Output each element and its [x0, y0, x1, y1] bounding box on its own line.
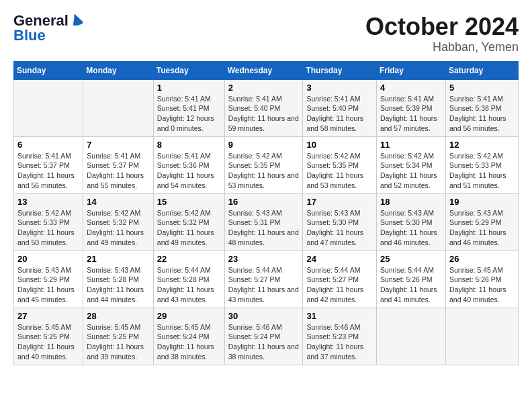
day-info: Sunrise: 5:41 AM Sunset: 5:41 PM Dayligh…: [157, 94, 221, 134]
day-info: Sunrise: 5:43 AM Sunset: 5:29 PM Dayligh…: [17, 265, 79, 305]
calendar-cell: 6Sunrise: 5:41 AM Sunset: 5:37 PM Daylig…: [14, 136, 83, 193]
calendar-cell: 13Sunrise: 5:42 AM Sunset: 5:33 PM Dayli…: [14, 193, 83, 250]
header-day-wednesday: Wednesday: [224, 61, 303, 79]
day-info: Sunrise: 5:43 AM Sunset: 5:30 PM Dayligh…: [306, 208, 373, 248]
calendar-cell: 10Sunrise: 5:42 AM Sunset: 5:35 PM Dayli…: [303, 136, 377, 193]
day-info: Sunrise: 5:41 AM Sunset: 5:39 PM Dayligh…: [380, 94, 442, 134]
day-info: Sunrise: 5:43 AM Sunset: 5:30 PM Dayligh…: [380, 208, 442, 248]
calendar-cell: 28Sunrise: 5:45 AM Sunset: 5:25 PM Dayli…: [83, 308, 153, 365]
calendar-cell: 23Sunrise: 5:44 AM Sunset: 5:27 PM Dayli…: [224, 250, 303, 308]
header-day-friday: Friday: [376, 61, 445, 79]
calendar-cell: 7Sunrise: 5:41 AM Sunset: 5:37 PM Daylig…: [83, 136, 153, 193]
day-number: 12: [449, 140, 515, 150]
day-info: Sunrise: 5:45 AM Sunset: 5:25 PM Dayligh…: [17, 322, 79, 362]
header-day-monday: Monday: [83, 61, 153, 79]
logo-general-text: General: [13, 13, 69, 28]
day-info: Sunrise: 5:44 AM Sunset: 5:28 PM Dayligh…: [157, 265, 221, 305]
day-number: 20: [17, 254, 79, 264]
calendar-cell: 16Sunrise: 5:43 AM Sunset: 5:31 PM Dayli…: [224, 193, 303, 250]
header-day-sunday: Sunday: [14, 61, 83, 79]
day-number: 28: [87, 311, 149, 321]
calendar-cell: 14Sunrise: 5:42 AM Sunset: 5:32 PM Dayli…: [83, 193, 153, 250]
day-number: 31: [306, 311, 373, 321]
day-number: 18: [380, 197, 442, 207]
day-number: 8: [157, 140, 221, 150]
calendar-header-row: SundayMondayTuesdayWednesdayThursdayFrid…: [14, 61, 519, 79]
calendar-week-row: 20Sunrise: 5:43 AM Sunset: 5:29 PM Dayli…: [14, 250, 519, 308]
day-number: 21: [87, 254, 149, 264]
month-title: October 2024: [365, 13, 519, 40]
calendar-table: SundayMondayTuesdayWednesdayThursdayFrid…: [13, 61, 519, 365]
calendar-cell: 24Sunrise: 5:44 AM Sunset: 5:27 PM Dayli…: [303, 250, 377, 308]
calendar-week-row: 13Sunrise: 5:42 AM Sunset: 5:33 PM Dayli…: [14, 193, 519, 250]
calendar-cell: 11Sunrise: 5:42 AM Sunset: 5:34 PM Dayli…: [376, 136, 445, 193]
day-info: Sunrise: 5:44 AM Sunset: 5:27 PM Dayligh…: [228, 265, 300, 305]
calendar-cell: 21Sunrise: 5:43 AM Sunset: 5:28 PM Dayli…: [83, 250, 153, 308]
day-info: Sunrise: 5:41 AM Sunset: 5:36 PM Dayligh…: [157, 151, 221, 191]
day-info: Sunrise: 5:45 AM Sunset: 5:24 PM Dayligh…: [157, 322, 221, 362]
day-info: Sunrise: 5:44 AM Sunset: 5:26 PM Dayligh…: [380, 265, 442, 305]
calendar-cell: [376, 308, 445, 365]
calendar-cell: 25Sunrise: 5:44 AM Sunset: 5:26 PM Dayli…: [376, 250, 445, 308]
day-number: 25: [380, 254, 442, 264]
day-info: Sunrise: 5:43 AM Sunset: 5:29 PM Dayligh…: [449, 208, 515, 248]
day-info: Sunrise: 5:42 AM Sunset: 5:35 PM Dayligh…: [306, 151, 373, 191]
day-info: Sunrise: 5:46 AM Sunset: 5:23 PM Dayligh…: [306, 322, 373, 362]
title-area: October 2024 Habban, Yemen: [365, 13, 519, 54]
calendar-cell: 9Sunrise: 5:42 AM Sunset: 5:35 PM Daylig…: [224, 136, 303, 193]
calendar-week-row: 27Sunrise: 5:45 AM Sunset: 5:25 PM Dayli…: [14, 308, 519, 365]
day-info: Sunrise: 5:42 AM Sunset: 5:34 PM Dayligh…: [380, 151, 442, 191]
day-info: Sunrise: 5:41 AM Sunset: 5:37 PM Dayligh…: [17, 151, 79, 191]
day-number: 23: [228, 254, 300, 264]
logo-blue-text: Blue: [13, 28, 46, 43]
calendar-week-row: 6Sunrise: 5:41 AM Sunset: 5:37 PM Daylig…: [14, 136, 519, 193]
day-info: Sunrise: 5:42 AM Sunset: 5:32 PM Dayligh…: [157, 208, 221, 248]
calendar-cell: 20Sunrise: 5:43 AM Sunset: 5:29 PM Dayli…: [14, 250, 83, 308]
calendar-cell: 5Sunrise: 5:41 AM Sunset: 5:38 PM Daylig…: [445, 79, 518, 136]
header-day-saturday: Saturday: [445, 61, 518, 79]
day-info: Sunrise: 5:41 AM Sunset: 5:37 PM Dayligh…: [87, 151, 149, 191]
day-number: 16: [228, 197, 300, 207]
day-info: Sunrise: 5:41 AM Sunset: 5:38 PM Dayligh…: [449, 94, 515, 134]
day-number: 9: [228, 140, 300, 150]
calendar-cell: 8Sunrise: 5:41 AM Sunset: 5:36 PM Daylig…: [153, 136, 224, 193]
calendar-cell: [14, 79, 83, 136]
calendar-cell: 4Sunrise: 5:41 AM Sunset: 5:39 PM Daylig…: [376, 79, 445, 136]
day-info: Sunrise: 5:45 AM Sunset: 5:26 PM Dayligh…: [449, 265, 515, 305]
day-number: 7: [87, 140, 149, 150]
logo: General Blue: [13, 13, 83, 43]
day-info: Sunrise: 5:41 AM Sunset: 5:40 PM Dayligh…: [228, 94, 300, 134]
calendar-cell: 27Sunrise: 5:45 AM Sunset: 5:25 PM Dayli…: [14, 308, 83, 365]
day-info: Sunrise: 5:43 AM Sunset: 5:31 PM Dayligh…: [228, 208, 300, 248]
calendar-cell: 3Sunrise: 5:41 AM Sunset: 5:40 PM Daylig…: [303, 79, 377, 136]
calendar-cell: 12Sunrise: 5:42 AM Sunset: 5:33 PM Dayli…: [445, 136, 518, 193]
logo-icon: [71, 13, 83, 26]
day-number: 15: [157, 197, 221, 207]
calendar-cell: 18Sunrise: 5:43 AM Sunset: 5:30 PM Dayli…: [376, 193, 445, 250]
calendar-week-row: 1Sunrise: 5:41 AM Sunset: 5:41 PM Daylig…: [14, 79, 519, 136]
calendar-cell: 22Sunrise: 5:44 AM Sunset: 5:28 PM Dayli…: [153, 250, 224, 308]
day-info: Sunrise: 5:44 AM Sunset: 5:27 PM Dayligh…: [306, 265, 373, 305]
day-number: 19: [449, 197, 515, 207]
day-info: Sunrise: 5:45 AM Sunset: 5:25 PM Dayligh…: [87, 322, 149, 362]
calendar-cell: 15Sunrise: 5:42 AM Sunset: 5:32 PM Dayli…: [153, 193, 224, 250]
day-info: Sunrise: 5:42 AM Sunset: 5:33 PM Dayligh…: [17, 208, 79, 248]
calendar-cell: [445, 308, 518, 365]
day-number: 3: [306, 83, 373, 93]
day-number: 1: [157, 83, 221, 93]
day-number: 26: [449, 254, 515, 264]
day-number: 27: [17, 311, 79, 321]
calendar-cell: 26Sunrise: 5:45 AM Sunset: 5:26 PM Dayli…: [445, 250, 518, 308]
day-number: 24: [306, 254, 373, 264]
svg-marker-0: [71, 13, 83, 26]
day-number: 4: [380, 83, 442, 93]
day-number: 2: [228, 83, 300, 93]
header: General Blue October 2024 Habban, Yemen: [13, 13, 519, 54]
header-day-tuesday: Tuesday: [153, 61, 224, 79]
location-title: Habban, Yemen: [365, 40, 519, 54]
calendar-cell: 29Sunrise: 5:45 AM Sunset: 5:24 PM Dayli…: [153, 308, 224, 365]
day-info: Sunrise: 5:46 AM Sunset: 5:24 PM Dayligh…: [228, 322, 300, 362]
day-info: Sunrise: 5:41 AM Sunset: 5:40 PM Dayligh…: [306, 94, 373, 134]
day-number: 22: [157, 254, 221, 264]
calendar-cell: 17Sunrise: 5:43 AM Sunset: 5:30 PM Dayli…: [303, 193, 377, 250]
